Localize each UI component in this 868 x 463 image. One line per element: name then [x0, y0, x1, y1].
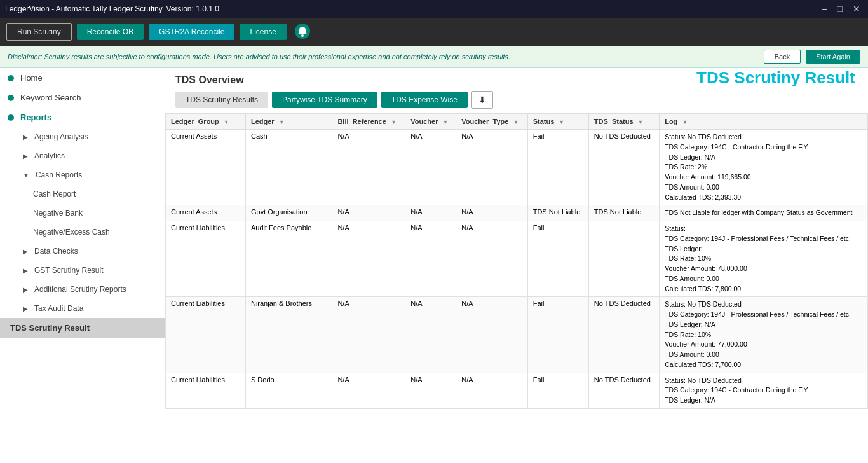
- minimize-button[interactable]: −: [819, 4, 829, 14]
- sidebar-item-keyword-search[interactable]: Keyword Search: [0, 88, 165, 107]
- table-cell-voucher: N/A: [405, 221, 456, 297]
- col-bill-reference: Bill_Reference ▼: [332, 114, 405, 130]
- sidebar-item-label: Negative/Excess Cash: [33, 228, 110, 237]
- table-cell-tds-status: No TDS Deducted: [588, 373, 659, 408]
- table-cell-bill-ref: N/A: [332, 205, 405, 221]
- sidebar-item-label: Cash Report: [33, 190, 76, 198]
- reports-dot-icon: [8, 114, 14, 121]
- col-status: Status ▼: [527, 114, 588, 130]
- tab-tds-results[interactable]: TDS Scrutiny Results: [175, 92, 268, 108]
- tds-table: Ledger_Group ▼ Ledger ▼ Bill_Reference ▼…: [165, 113, 868, 409]
- sidebar-item-label: Keyword Search: [20, 93, 81, 102]
- col-voucher: Voucher ▼: [405, 114, 456, 130]
- main-toolbar: Run Scrutiny Reconcile OB GSTR2A Reconci…: [0, 18, 868, 46]
- sidebar-item-label: Analytics: [34, 151, 65, 160]
- sidebar-item-label: Home: [20, 73, 43, 83]
- notification-icon: [294, 23, 311, 39]
- table-cell-status: Fail: [527, 297, 588, 373]
- content-header: TDS Overview TDS Scrutiny Results Partyw…: [165, 68, 868, 113]
- table-row: Current AssetsCashN/AN/AN/AFailNo TDS De…: [166, 130, 868, 205]
- table-cell-ledger-group: Current Assets: [166, 130, 246, 205]
- titlebar: LedgerVision - Automatic Tally Ledger Sc…: [0, 0, 868, 18]
- table-cell-voucher-type: N/A: [456, 205, 527, 221]
- sidebar-item-data-checks[interactable]: ▶ Data Checks: [0, 242, 165, 261]
- main-layout: Home Keyword Search Reports ▶ Ageing Ana…: [0, 68, 868, 463]
- table-cell-bill-ref: N/A: [332, 373, 405, 408]
- window-controls: − □ ✕: [819, 4, 863, 14]
- reconcile-ob-button[interactable]: Reconcile OB: [77, 24, 144, 40]
- run-scrutiny-button[interactable]: Run Scrutiny: [6, 23, 72, 41]
- sidebar-item-label: GST Scrutiny Result: [34, 266, 103, 275]
- sidebar-item-label: Data Checks: [34, 247, 78, 256]
- table-cell-ledger-group: Current Assets: [166, 205, 246, 221]
- col-log: Log ▼: [660, 114, 868, 130]
- page-title: TDS Overview: [175, 74, 858, 86]
- analytics-arrow-icon: ▶: [23, 153, 28, 160]
- close-button[interactable]: ✕: [850, 4, 863, 14]
- table-cell-tds-status: [588, 221, 659, 297]
- table-cell-ledger: Audit Fees Payable: [245, 221, 332, 297]
- sidebar-item-cash-report[interactable]: Cash Report: [0, 184, 165, 204]
- table-row: Current LiabilitiesNiranjan & BrothersN/…: [166, 297, 868, 373]
- table-cell-voucher-type: N/A: [456, 297, 527, 373]
- table-cell-ledger: Niranjan & Brothers: [245, 297, 332, 373]
- sidebar-item-reports[interactable]: Reports: [0, 107, 165, 127]
- table-cell-bill-ref: N/A: [332, 221, 405, 297]
- table-cell-ledger-group: Current Liabilities: [166, 297, 246, 373]
- col-ledger: Ledger ▼: [245, 114, 332, 130]
- disclaimer-text: Disclaimer: Scrutiny results are subject…: [8, 53, 764, 60]
- sidebar-item-cash-reports[interactable]: ▼ Cash Reports: [0, 165, 165, 184]
- sidebar-item-analytics[interactable]: ▶ Analytics: [0, 146, 165, 165]
- col-voucher-type: Voucher_Type ▼: [456, 114, 527, 130]
- maximize-button[interactable]: □: [835, 4, 845, 14]
- table-cell-voucher-type: N/A: [456, 221, 527, 297]
- table-container[interactable]: Ledger_Group ▼ Ledger ▼ Bill_Reference ▼…: [165, 113, 868, 463]
- gstr2a-button[interactable]: GSTR2A Reconcile: [149, 24, 234, 40]
- table-header-row: Ledger_Group ▼ Ledger ▼ Bill_Reference ▼…: [166, 114, 868, 130]
- table-cell-status: Fail: [527, 373, 588, 408]
- table-cell-voucher-type: N/A: [456, 373, 527, 408]
- notification-icon-button[interactable]: [292, 20, 313, 44]
- download-button[interactable]: ⬇: [471, 91, 493, 109]
- tab-partywise[interactable]: Partywise TDS Summary: [272, 92, 377, 108]
- sidebar-item-gst-scrutiny[interactable]: ▶ GST Scrutiny Result: [0, 261, 165, 280]
- table-cell-status: Fail: [527, 130, 588, 205]
- table-cell-tds-status: No TDS Deducted: [588, 297, 659, 373]
- cash-reports-arrow-icon: ▼: [23, 172, 29, 179]
- sidebar-item-label: Negative Bank: [33, 209, 83, 218]
- table-cell-voucher: N/A: [405, 205, 456, 221]
- table-cell-ledger: Cash: [245, 130, 332, 205]
- table-cell-voucher: N/A: [405, 130, 456, 205]
- sidebar-item-label: Ageing Analysis: [34, 132, 88, 141]
- disclaimer-buttons: Back Start Again: [764, 50, 860, 64]
- table-cell-tds-status: TDS Not Liable: [588, 205, 659, 221]
- tab-expense-wise[interactable]: TDS Expense Wise: [381, 92, 468, 108]
- sidebar-item-ageing-analysis[interactable]: ▶ Ageing Analysis: [0, 127, 165, 146]
- data-checks-arrow-icon: ▶: [23, 248, 28, 255]
- table-cell-ledger: Govt Organisation: [245, 205, 332, 221]
- table-cell-tds-status: No TDS Deducted: [588, 130, 659, 205]
- sidebar-item-additional-reports[interactable]: ▶ Additional Scrutiny Reports: [0, 280, 165, 299]
- col-ledger-group: Ledger_Group ▼: [166, 114, 246, 130]
- disclaimer-bar: Disclaimer: Scrutiny results are subject…: [0, 46, 868, 68]
- app-title: LedgerVision - Automatic Tally Ledger Sc…: [5, 4, 219, 13]
- sidebar-item-tax-audit[interactable]: ▶ Tax Audit Data: [0, 299, 165, 318]
- tab-bar: TDS Scrutiny Results Partywise TDS Summa…: [175, 91, 858, 109]
- table-cell-log: Status: No TDS Deducted TDS Category: 19…: [660, 297, 868, 373]
- col-tds-status: TDS_Status ▼: [588, 114, 659, 130]
- table-cell-log: Status: No TDS Deducted TDS Category: 19…: [660, 130, 868, 205]
- start-again-button[interactable]: Start Again: [806, 50, 860, 64]
- license-button[interactable]: License: [240, 24, 286, 40]
- gst-arrow-icon: ▶: [23, 267, 28, 274]
- sidebar-item-home[interactable]: Home: [0, 68, 165, 88]
- sidebar-item-label: Tax Audit Data: [34, 304, 83, 313]
- sidebar-item-negative-bank[interactable]: Negative Bank: [0, 204, 165, 223]
- svg-point-1: [301, 34, 304, 37]
- sidebar-item-tds-scrutiny[interactable]: TDS Scrutiny Result: [0, 318, 165, 338]
- table-body: Current AssetsCashN/AN/AN/AFailNo TDS De…: [166, 130, 868, 409]
- table-cell-log: Status: TDS Category: 194J - Professiona…: [660, 221, 868, 297]
- back-button[interactable]: Back: [764, 50, 801, 64]
- sidebar-item-label: Cash Reports: [36, 170, 82, 179]
- table-row: Current LiabilitiesS DodoN/AN/AN/AFailNo…: [166, 373, 868, 408]
- sidebar-item-negative-excess-cash[interactable]: Negative/Excess Cash: [0, 223, 165, 242]
